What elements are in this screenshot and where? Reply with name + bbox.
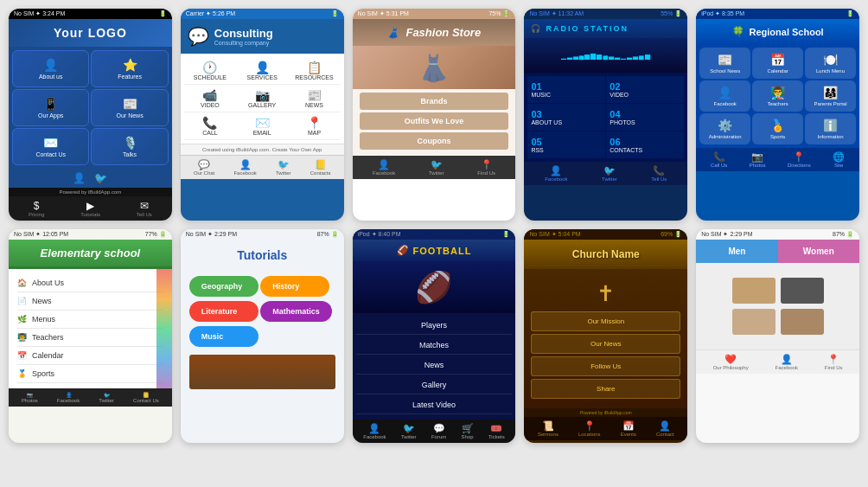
nav-forum[interactable]: 💬 Forum [431, 423, 446, 439]
gallery-football-item[interactable]: Gallery [356, 376, 513, 394]
nav-findus[interactable]: 📍 Find Us [477, 159, 495, 176]
players-item[interactable]: Players [356, 317, 513, 335]
literature-btn[interactable]: Literature [189, 301, 258, 322]
nav-philosophy[interactable]: ❤️ Our Philosophy [713, 354, 749, 370]
women-tab[interactable]: Women [778, 240, 859, 263]
nav-sermons[interactable]: 📜 Sermons [538, 420, 558, 437]
nav-findus-shoe[interactable]: 📍 Find Us [825, 354, 843, 370]
our-news-cell[interactable]: 📰 Our News [91, 89, 168, 126]
news-football-item[interactable]: News [356, 356, 513, 375]
video-cell[interactable]: 02 VIDEO [606, 76, 684, 103]
status-bar-6: No SIM ✦ 12:05 PM 77% 🔋 [9, 229, 172, 240]
video-item[interactable]: 📹 VIDEO [186, 88, 234, 108]
calendar-cell[interactable]: 📅 Calendar [752, 48, 803, 79]
teachers-icon: 👨‍🏫 [754, 86, 801, 99]
nav-fb-elem[interactable]: 👤 Facebook [57, 392, 80, 403]
nav-twitter[interactable]: 🐦 Twitter [276, 159, 291, 176]
nav-fb-radio[interactable]: 👤 Facebook [545, 165, 567, 182]
nav-photos-elem[interactable]: 📷 Photos [22, 392, 38, 403]
nav-tellus[interactable]: ✉ Tell Us [137, 200, 152, 217]
brands-item[interactable]: Brands [360, 93, 509, 110]
nav-directions[interactable]: 📍 Directions [788, 151, 811, 168]
share-item[interactable]: Share [531, 379, 680, 399]
rss-cell[interactable]: 05 RSS [527, 131, 605, 158]
history-btn[interactable]: History [260, 276, 329, 297]
lunch-cell[interactable]: 🍽️ Lunch Menu [805, 48, 856, 79]
calendar-elem[interactable]: 📅 Calendar [17, 347, 163, 365]
nav-tw-football[interactable]: 🐦 Twitter [401, 423, 417, 439]
nav-chat[interactable]: 💬 Our Chat [194, 159, 214, 176]
nav-photos[interactable]: 📷 Photos [750, 151, 766, 168]
teachers-elem[interactable]: 👨‍🏫 Teachers [17, 329, 163, 347]
geography-btn[interactable]: Geography [189, 276, 258, 297]
nav-tw[interactable]: 🐦 Twitter [429, 159, 444, 176]
nav-contacts[interactable]: 📒 Contacts [310, 159, 331, 176]
menus-elem[interactable]: 🌿 Menus [17, 311, 163, 329]
aboutus-elem[interactable]: 🏠 About Us [17, 274, 163, 292]
men-tab[interactable]: Men [696, 240, 777, 263]
nav-callus[interactable]: 📞 Call Us [711, 151, 727, 168]
schedule-item[interactable]: 🕐 SCHEDULE [186, 61, 234, 80]
fashion-image: 👗 [353, 46, 516, 89]
news-item[interactable]: 📰 NEWS [290, 88, 338, 108]
latest-video-item[interactable]: Latest Video [356, 396, 513, 414]
events-icon: 📅 [621, 420, 636, 432]
sports-elem[interactable]: 🏅 Sports [17, 365, 163, 383]
nav-pricing[interactable]: $ Pricing [29, 200, 44, 217]
nav-fb[interactable]: 👤 Facebook [373, 159, 395, 176]
mission-item[interactable]: Our Mission [531, 311, 680, 331]
phone-shoe-store: No SIM ✦ 2:29 PM 87% 🔋 Men Women ❤️ [696, 229, 859, 443]
matches-item[interactable]: Matches [356, 336, 513, 355]
info-cell[interactable]: ℹ️ Information [805, 113, 856, 144]
features-cell[interactable]: ⭐ Features [91, 50, 168, 87]
music-btn[interactable]: Music [189, 326, 258, 347]
nav-tw-radio[interactable]: 🐦 Twitter [602, 165, 617, 182]
church-footer: Powered by iBuildApp.com [524, 408, 687, 417]
nav-fb-football[interactable]: 👤 Facebook [363, 423, 386, 439]
photos-cell[interactable]: 04 PHOTOS [606, 104, 684, 131]
teachers-cell[interactable]: 👨‍🏫 Teachers [752, 80, 803, 112]
gallery-item[interactable]: 📷 GALLERY [238, 88, 286, 108]
sports-cell[interactable]: 🏅 Sports [752, 113, 803, 144]
school-news-cell[interactable]: 📰 School News [699, 48, 750, 79]
nav-tutorials[interactable]: ▶ Tutorials [80, 200, 100, 217]
services-item[interactable]: 👤 SERVICES [238, 61, 286, 80]
resources-item[interactable]: 📋 RESOURCES [290, 61, 338, 80]
fb-elem-icon: 👤 [57, 392, 80, 398]
talks-cell[interactable]: 🎙️ Talks [91, 128, 168, 165]
nav-events[interactable]: 📅 Events [621, 420, 636, 437]
our-apps-cell[interactable]: 📱 Our Apps [12, 89, 89, 126]
nav-contact-elem[interactable]: 📒 Contact Us [133, 392, 159, 403]
our-news-church[interactable]: Our News [531, 334, 680, 354]
email-item[interactable]: ✉️ EMAIL [238, 116, 286, 136]
music-cell[interactable]: 01 MUSIC [527, 76, 605, 103]
coupons-item[interactable]: Coupons [360, 132, 509, 150]
contact-cell[interactable]: ✉️ Contact Us [12, 128, 89, 165]
aboutus-cell[interactable]: 03 ABOUT US [527, 104, 605, 131]
news-elem[interactable]: 📄 News [17, 292, 163, 311]
nav-shop[interactable]: 🛒 Shop [462, 423, 474, 439]
about-us-cell[interactable]: 👤 About us [12, 50, 89, 87]
consulting-menu: 🕐 SCHEDULE 👤 SERVICES 📋 RESOURCES 📹 VIDE… [181, 54, 344, 144]
follow-us-item[interactable]: Follow Us [531, 356, 680, 376]
contacts-cell[interactable]: 06 CONTACTS [606, 131, 684, 158]
parents-cell[interactable]: 👨‍👩‍👧 Parents Portal [805, 80, 856, 112]
nav-contact-church[interactable]: 👤 Contact [656, 420, 674, 437]
map-item[interactable]: 📍 MAP [290, 116, 338, 136]
shoe-nav: ❤️ Our Philosophy 👤 Facebook 📍 Find Us [696, 349, 859, 374]
school-nav: 📞 Call Us 📷 Photos 📍 Directions 🌐 Site [696, 148, 859, 171]
nav-tel-radio[interactable]: 📞 Tell Us [651, 165, 667, 182]
outfits-item[interactable]: Outfits We Love [360, 112, 509, 130]
twitter-icon-2: 🐦 [276, 159, 291, 170]
nav-site[interactable]: 🌐 Site [833, 151, 845, 168]
call-item[interactable]: 📞 CALL [186, 116, 234, 136]
nav-facebook[interactable]: 👤 Facebook [233, 159, 256, 176]
nav-locations[interactable]: 📍 Locations [578, 420, 601, 437]
services-icon: 👤 [238, 61, 286, 74]
nav-fb-shoe[interactable]: 👤 Facebook [775, 354, 798, 370]
nav-tw-elem[interactable]: 🐦 Twitter [99, 392, 114, 403]
admin-cell[interactable]: ⚙️ Administration [699, 113, 750, 144]
nav-tickets[interactable]: 🎟️ Tickets [488, 423, 505, 439]
mathematics-btn[interactable]: Mathematics [260, 301, 332, 322]
facebook-cell[interactable]: 👤 Facebook [699, 80, 750, 112]
